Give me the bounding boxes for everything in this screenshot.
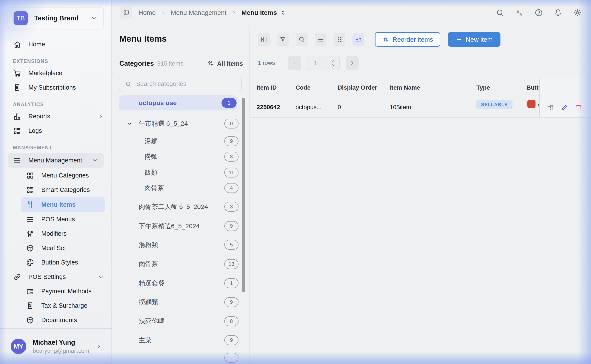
category-count-badge: 9 bbox=[224, 335, 239, 345]
category-row-partial[interactable] bbox=[119, 350, 239, 364]
search-categories-input[interactable] bbox=[136, 80, 241, 88]
sidebar-item-menu-items[interactable]: Menu Items bbox=[21, 197, 105, 212]
sidebar-item-pos-settings[interactable]: POS Settings bbox=[0, 270, 112, 284]
category-row-selected[interactable]: octopus use 1 bbox=[119, 95, 237, 110]
next-page-button[interactable] bbox=[345, 56, 359, 70]
sidebar-collapse-button[interactable] bbox=[120, 6, 132, 19]
page-number-input[interactable] bbox=[307, 59, 330, 67]
breadcrumb-current[interactable]: Menu Items bbox=[241, 9, 277, 16]
user-menu[interactable]: MY Michael Yung bearyung@gmail.com bbox=[0, 328, 112, 364]
category-row[interactable]: 肉骨茶二人餐 6_5_2024 3 bbox=[119, 199, 239, 214]
sidebar-item-my-subscriptions[interactable]: My Subscriptions bbox=[0, 80, 112, 95]
category-row[interactable]: 下午茶精選6_5_2024 9 bbox=[119, 219, 239, 234]
category-row[interactable]: 午市精選 6_5_24 0 bbox=[119, 116, 239, 131]
column-header-display-order[interactable]: Display Order bbox=[338, 84, 377, 91]
modifiers-action-icon[interactable] bbox=[547, 104, 554, 111]
breadcrumb-home[interactable]: Home bbox=[139, 9, 156, 16]
category-row[interactable]: 湯粉類 5 bbox=[119, 237, 239, 252]
items-toolbar: Reorder items New item bbox=[258, 32, 500, 47]
category-row[interactable]: 湯麵 9 bbox=[119, 134, 239, 149]
sliders-icon bbox=[26, 229, 34, 238]
trash-icon[interactable] bbox=[575, 104, 582, 111]
sidebar-item-tax-surcharge[interactable]: Tax & Surcharge bbox=[0, 299, 112, 313]
scrollbar-thumb[interactable] bbox=[242, 98, 245, 292]
sidebar-item-payment-methods[interactable]: Payment Methods bbox=[0, 284, 112, 299]
breadcrumb: Home Menu Management Menu Items bbox=[139, 0, 286, 25]
sidebar-item-reports[interactable]: Reports bbox=[0, 109, 112, 124]
category-row[interactable]: 辣死你嗎 8 bbox=[119, 314, 239, 329]
chevron-right-icon bbox=[349, 60, 355, 66]
sidebar-item-button-styles[interactable]: Button Styles bbox=[0, 255, 112, 270]
log-list-icon bbox=[13, 127, 21, 135]
divider bbox=[119, 53, 243, 53]
column-header-button-style[interactable]: Butto bbox=[526, 84, 539, 91]
category-row[interactable]: 主菜 9 bbox=[119, 333, 239, 348]
chevron-down-icon[interactable] bbox=[126, 120, 133, 127]
sidebar-item-home[interactable]: Home bbox=[0, 37, 112, 52]
category-label: 肉骨茶 bbox=[139, 260, 224, 269]
chevron-right-icon bbox=[231, 10, 237, 15]
sort-button[interactable] bbox=[352, 33, 364, 46]
sidebar-item-label: Departments bbox=[41, 317, 77, 324]
category-label: 肉骨茶 bbox=[145, 184, 224, 193]
sidebar-item-label: POS Menus bbox=[41, 216, 75, 223]
category-row[interactable]: 精選套餐 1 bbox=[119, 276, 239, 291]
page-stepper[interactable] bbox=[331, 59, 336, 67]
sidebar-item-label: POS Settings bbox=[28, 273, 66, 280]
sidebar-item-meal-set[interactable]: Meal Set bbox=[0, 241, 112, 255]
search-icon[interactable] bbox=[496, 8, 505, 17]
row-count-label: 1 rows bbox=[258, 60, 275, 66]
category-row[interactable]: 飯類 11 bbox=[119, 165, 239, 180]
sidebar-item-logs[interactable]: Logs bbox=[0, 124, 112, 138]
search-items-button[interactable] bbox=[296, 33, 307, 46]
list-view-icon bbox=[317, 36, 324, 43]
category-label: 撈麵類 bbox=[139, 298, 224, 307]
category-row[interactable]: 肉骨茶 4 bbox=[119, 181, 239, 195]
category-label: 精選套餐 bbox=[139, 279, 224, 288]
gear-icon[interactable] bbox=[573, 8, 582, 17]
user-info: Michael Yung bearyung@gmail.com bbox=[33, 339, 95, 354]
help-icon[interactable] bbox=[534, 8, 543, 17]
column-header-type[interactable]: Type bbox=[476, 84, 490, 91]
sidebar-item-pos-menus[interactable]: POS Menus bbox=[0, 212, 112, 227]
category-row[interactable]: 肉骨茶 13 bbox=[119, 257, 239, 272]
chevron-up-down-icon[interactable] bbox=[280, 9, 286, 16]
column-header-item-name[interactable]: Item Name bbox=[390, 84, 420, 91]
cell-item-name: 10$item bbox=[390, 104, 411, 111]
section-management: MANAGEMENT bbox=[0, 138, 112, 152]
category-label: 飯類 bbox=[145, 168, 224, 177]
column-header-item-id[interactable]: Item ID bbox=[257, 84, 277, 91]
sidebar-item-smart-categories[interactable]: Smart Categories bbox=[0, 183, 112, 197]
sidebar-item-modifiers[interactable]: Modifiers bbox=[0, 227, 112, 241]
grid-view-button[interactable] bbox=[333, 33, 345, 46]
previous-page-button[interactable] bbox=[288, 56, 301, 70]
fork-knife-icon bbox=[26, 200, 34, 209]
sidebar-item-departments[interactable]: Departments bbox=[0, 313, 112, 327]
category-label: 湯麵 bbox=[145, 137, 224, 146]
reorder-items-button[interactable]: Reorder items bbox=[375, 32, 440, 47]
panel-collapse-icon bbox=[123, 9, 130, 16]
category-label: 撈麵 bbox=[145, 152, 224, 161]
new-item-button[interactable]: New item bbox=[448, 32, 500, 47]
top-bar-actions: 文A bbox=[496, 0, 582, 25]
sidebar-item-menu-categories[interactable]: Menu Categories bbox=[0, 168, 112, 183]
sidebar-item-marketplace[interactable]: Marketplace bbox=[0, 66, 112, 80]
bell-icon[interactable] bbox=[554, 8, 563, 17]
sidebar-item-label: Marketplace bbox=[28, 70, 62, 77]
filter-button[interactable] bbox=[277, 33, 289, 46]
category-count-badge: 1 bbox=[221, 98, 237, 108]
categories-panel: Menu Items Categories 915 items All item… bbox=[112, 26, 250, 364]
category-row[interactable]: 撈麵 8 bbox=[119, 149, 239, 164]
sidebar-item-menu-management[interactable]: Menu Management bbox=[7, 153, 104, 168]
collapse-panel-button[interactable] bbox=[258, 33, 270, 46]
sidebar-item-label: Menu Management bbox=[28, 157, 82, 164]
breadcrumb-menu-management[interactable]: Menu Management bbox=[171, 9, 226, 16]
smart-list-icon bbox=[26, 186, 34, 194]
all-items-button[interactable]: All items bbox=[207, 60, 243, 67]
brand-switcher[interactable]: TB Testing Brand bbox=[7, 7, 104, 29]
list-view-button[interactable] bbox=[315, 33, 326, 46]
category-row[interactable]: 撈麵類 9 bbox=[119, 295, 239, 310]
column-header-code[interactable]: Code bbox=[295, 84, 311, 91]
translate-icon[interactable]: 文A bbox=[515, 8, 524, 17]
edit-icon[interactable] bbox=[561, 104, 568, 111]
